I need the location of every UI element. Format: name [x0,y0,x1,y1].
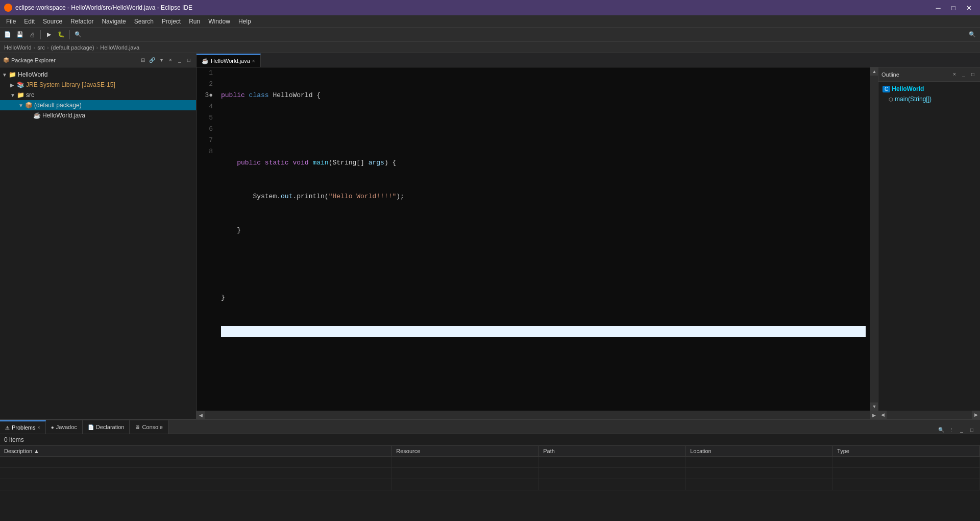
code-content[interactable]: 1 2 3● 4 5 6 7 8 [197,67,870,411]
tree-item-jre[interactable]: ▶ 📚 JRE System Library [JavaSE-15] [0,80,196,90]
menu-refactor[interactable]: Refactor [66,17,97,26]
hscroll-left[interactable]: ◀ [197,411,205,419]
hscroll-right[interactable]: ▶ [870,411,878,419]
editor-hscroll: ◀ ▶ [197,411,878,419]
outline-item-helloworld[interactable]: C HelloWorld [880,84,978,94]
problems-icon: ⚠ [5,425,10,431]
toolbar-search-global[interactable]: 🔍 [967,29,978,40]
table-row [0,479,980,490]
icon-src: 📁 [17,91,24,99]
bottom-tab-declaration[interactable]: 📄 Declaration [83,420,130,434]
outline-close[interactable]: × [950,70,959,79]
label-jre: JRE System Library [JavaSE-15] [26,81,115,88]
close-button[interactable]: ✕ [962,1,976,15]
outline-panel: Outline × _ □ C HelloWorld [878,67,980,419]
tree-item-helloworldjava[interactable]: ▶ ☕ HelloWorld.java [0,110,196,121]
maximize-panel-btn[interactable]: □ [185,56,193,64]
icon-default-pkg: 📦 [25,102,33,109]
bottom-panel: ⚠ Problems × ● Javadoc 📄 Declaration 🖥 [0,419,980,521]
toolbar-search[interactable]: 🔍 [72,29,84,40]
toolbar-save[interactable]: 💾 [14,29,26,40]
maximize-button[interactable]: □ [946,1,961,15]
outline-scroll-track[interactable] [887,411,972,419]
workspace: 📦 Package Explorer ⊟ 🔗 ▾ × _ □ ▼ [0,53,980,521]
minimize-button[interactable]: ─ [931,1,945,15]
label-src: src [26,91,34,99]
tree-item-default-package[interactable]: ▼ 📦 (default package) [0,100,196,110]
menu-file[interactable]: File [2,17,20,26]
link-editor-btn[interactable]: 🔗 [148,56,156,64]
arrow-default-pkg: ▼ [18,103,23,108]
tab-close-java[interactable]: × [252,58,255,64]
outline-method-icon: ⬡ [889,97,893,102]
icon-javafile: ☕ [33,112,41,119]
outline-maximize[interactable]: □ [969,70,977,79]
menu-run[interactable]: Run [185,17,204,26]
col-path[interactable]: Path [539,446,686,457]
outline-class-label: HelloWorld [892,85,924,92]
close-panel-btn[interactable]: × [166,56,175,64]
menu-navigate[interactable]: Navigate [97,17,130,26]
breadcrumb-src[interactable]: src [37,44,45,51]
editor-tab-helloworldjava[interactable]: ☕ HelloWorld.java × [197,54,261,67]
outline-scroll-left[interactable]: ◀ [878,411,887,419]
toolbar-run[interactable]: ▶ [43,29,55,40]
view-menu-btn[interactable]: ▾ [157,56,165,64]
linenum-5: 5 [201,112,213,124]
icon-jre: 📚 [17,81,24,88]
outline-minimize[interactable]: _ [960,70,968,79]
breadcrumb-package[interactable]: (default package) [51,44,94,51]
bottom-maximize-btn[interactable]: □ [968,425,976,434]
toolbar-new[interactable]: 📄 [2,29,13,40]
icon-helloworld: 📁 [9,71,16,78]
menu-window[interactable]: Window [204,17,234,26]
bottom-filter-btn[interactable]: 🔍 [937,425,945,434]
problems-tab-close[interactable]: × [37,425,40,430]
outline-scroll-right[interactable]: ▶ [972,411,980,419]
menu-source[interactable]: Source [39,17,66,26]
eclipse-icon [4,4,12,12]
vscroll-track[interactable] [870,76,878,402]
outline-method-label: main(String[]) [895,96,932,103]
problems-count: 0 items [0,434,980,446]
linenum-1: 1 [201,67,213,79]
problems-label: Problems [12,424,35,431]
col-description[interactable]: Description ▲ [0,446,392,457]
vscroll-up[interactable]: ▲ [870,67,878,76]
bottom-minimize-btn[interactable]: _ [958,425,966,434]
tree-item-helloworld[interactable]: ▼ 📁 HelloWorld [0,69,196,80]
collapse-all-btn[interactable]: ⊟ [139,56,147,64]
col-type[interactable]: Type [833,446,980,457]
breadcrumb-file[interactable]: HelloWorld.java [100,44,139,51]
editor-area: 1 2 3● 4 5 6 7 8 [197,67,878,419]
menu-edit[interactable]: Edit [20,17,39,26]
toolbar-print[interactable]: 🖨 [27,29,38,40]
toolbar-debug[interactable]: 🐛 [56,29,67,40]
linenum-6: 6 [201,124,213,135]
problems-content: 0 items Description ▲ Resource Path [0,434,980,521]
package-explorer-header: 📦 Package Explorer ⊟ 🔗 ▾ × _ □ [0,53,196,67]
code-line-5: } [221,225,866,236]
window-controls: ─ □ ✕ [931,1,976,15]
breadcrumb-project[interactable]: HelloWorld [4,44,32,51]
hscroll-track[interactable] [205,411,870,419]
bottom-tab-problems[interactable]: ⚠ Problems × [0,420,46,434]
window-title: eclipse-workspace - HelloWorld/src/Hello… [15,4,931,11]
menu-project[interactable]: Project [158,17,185,26]
linenum-2: 2 [201,79,213,90]
tree-item-src[interactable]: ▼ 📁 src [0,90,196,100]
col-location[interactable]: Location [686,446,833,457]
menu-help[interactable]: Help [234,17,255,26]
bottom-tab-javadoc[interactable]: ● Javadoc [46,420,83,434]
minimize-panel-btn[interactable]: _ [176,56,184,64]
arrow-jre: ▶ [10,82,15,88]
title-bar: eclipse-workspace - HelloWorld/src/Hello… [0,0,980,15]
outline-item-main[interactable]: ⬡ main(String[]) [880,94,978,104]
bottom-menu-btn[interactable]: ⋮ [947,425,955,434]
code-editor[interactable]: public class HelloWorld { public static … [217,67,870,411]
console-icon: 🖥 [135,424,140,430]
col-resource[interactable]: Resource [392,446,539,457]
vscroll-down[interactable]: ▼ [870,402,878,411]
bottom-tab-console[interactable]: 🖥 Console [130,420,168,434]
menu-search[interactable]: Search [130,17,158,26]
